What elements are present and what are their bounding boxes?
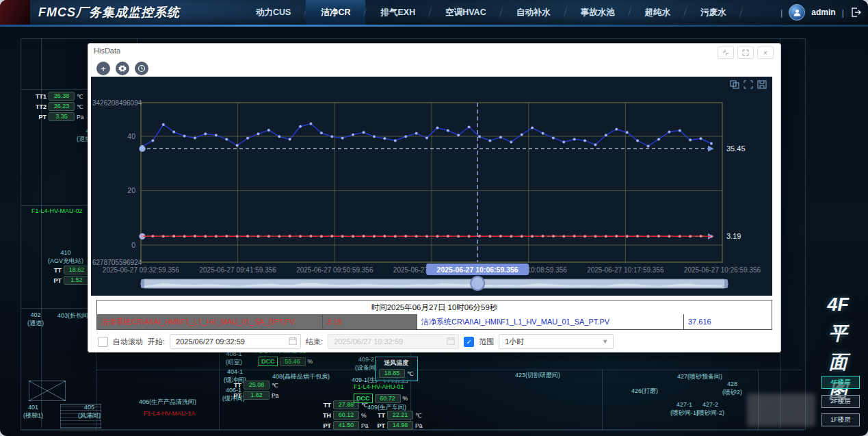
dcc-label: DCC xyxy=(259,357,278,366)
dcc-chip: DCC60.72% xyxy=(354,394,408,403)
y-max-label: 3426208496094 xyxy=(92,99,142,107)
dcc-value: 55.46 xyxy=(280,357,306,366)
fullscreen-icon[interactable] xyxy=(737,47,754,59)
data-point xyxy=(531,235,534,238)
range-select[interactable]: 1小时 ▼ xyxy=(499,334,614,349)
slider-right-handle[interactable] xyxy=(724,279,728,288)
room-label: 423(切割研磨间) xyxy=(515,372,560,380)
slider-thumb[interactable] xyxy=(471,277,484,290)
tag-value-cell-red[interactable]: 3.19 xyxy=(323,314,417,329)
dialog-title: HisData xyxy=(94,47,120,55)
sensor-value: 3.35 xyxy=(49,112,75,121)
room-label: 426(打磨) xyxy=(631,387,658,396)
data-point xyxy=(657,138,660,140)
chevron-down-icon: ▼ xyxy=(602,338,608,345)
cursor-time-header: 时间2025年06月27日 10时06分59秒 xyxy=(96,300,772,315)
data-point xyxy=(573,235,576,238)
data-point xyxy=(647,235,650,238)
autoscroll-checkbox[interactable] xyxy=(98,337,108,347)
elevator-shaft xyxy=(29,381,66,401)
supply-temp-value: 18.85 xyxy=(379,369,405,378)
data-point xyxy=(562,140,565,143)
floor-button-4f[interactable]: 4F楼层 xyxy=(821,376,860,389)
tab-自动补水[interactable]: 自动补水 xyxy=(501,0,566,25)
settings-gear-icon[interactable] xyxy=(116,62,129,75)
floor-button-2f[interactable]: 2F楼层 xyxy=(821,395,860,408)
user-avatar-icon[interactable] xyxy=(789,4,805,21)
data-point xyxy=(615,235,618,238)
data-point xyxy=(552,235,555,238)
data-point xyxy=(162,123,165,126)
save-image-icon[interactable] xyxy=(757,80,767,89)
user-box: | admin | xyxy=(780,0,861,25)
region-select-icon[interactable] xyxy=(730,80,739,89)
zoom-reset-icon[interactable] xyxy=(744,80,753,89)
data-point xyxy=(447,235,449,238)
data-point xyxy=(562,235,565,238)
start-time-input[interactable] xyxy=(170,334,301,349)
shrink-icon[interactable] xyxy=(718,47,734,59)
sensor-label: TT xyxy=(229,382,241,389)
tab-污废水[interactable]: 污废水 xyxy=(685,0,741,25)
chart-panel: 02040342620849609462787055969242025-06-2… xyxy=(91,77,772,296)
slider-left-handle[interactable] xyxy=(141,279,144,288)
close-icon[interactable]: × xyxy=(757,47,774,59)
data-point xyxy=(615,128,618,131)
tab-排气EXH[interactable]: 排气EXH xyxy=(365,0,430,25)
sensor-label: PT xyxy=(49,277,62,284)
time-range-clock-icon[interactable] xyxy=(135,62,148,75)
data-point xyxy=(194,235,196,238)
sensor-label: TH xyxy=(319,412,331,419)
data-point xyxy=(404,136,407,138)
data-point xyxy=(468,126,471,129)
y-min-label: 6278705596924 xyxy=(92,259,142,266)
data-point xyxy=(521,235,523,238)
tab-空调HVAC[interactable]: 空调HVAC xyxy=(430,0,501,25)
data-point xyxy=(299,235,302,238)
sensor-label: PT xyxy=(319,422,331,429)
sensor-label: PT xyxy=(373,422,385,429)
tag-path-cell-red[interactable]: 洁净系统CR\AI\AI_HMI\F1_L1_HV_MAU_01_SA_DPT.… xyxy=(97,314,323,329)
range-checkbox[interactable]: ✓ xyxy=(464,337,474,347)
data-point xyxy=(510,140,512,143)
tab-事故水池[interactable]: 事故水池 xyxy=(566,0,630,25)
add-curve-button[interactable]: + xyxy=(96,62,110,75)
sensor-value: 1.52 xyxy=(64,276,90,285)
data-point xyxy=(172,235,175,238)
data-point xyxy=(488,139,491,142)
supply-temp-title: 送风温度 xyxy=(379,359,414,368)
data-point xyxy=(583,139,586,142)
history-chart[interactable]: 02040342620849609462787055969242025-06-2… xyxy=(91,77,772,296)
tag-value-cell-blue[interactable]: 37.616 xyxy=(684,314,772,329)
end-time-input[interactable] xyxy=(328,334,459,349)
data-point xyxy=(457,134,460,137)
sensor-unit: ℃ xyxy=(77,93,83,100)
data-point xyxy=(330,235,333,238)
data-point xyxy=(689,235,692,238)
floorplan-line xyxy=(21,205,88,206)
y-tick-label: 0 xyxy=(131,241,135,249)
sensor-label: TT2 xyxy=(34,103,47,110)
floor-button-1f[interactable]: 1F楼层 xyxy=(821,413,860,426)
data-point xyxy=(299,125,302,128)
data-point xyxy=(278,136,280,138)
tab-洁净CR[interactable]: 洁净CR xyxy=(306,0,365,25)
logout-icon[interactable] xyxy=(850,7,861,18)
data-point xyxy=(373,235,376,238)
floorplan-line xyxy=(219,345,220,430)
data-point xyxy=(330,136,333,138)
tab-超纯水[interactable]: 超纯水 xyxy=(630,0,686,25)
data-point xyxy=(668,235,670,238)
tag-path-cell-blue[interactable]: 洁净系统CR\AI\AI_HMI\F1_L1_HV_MAU_01_SA_PT.P… xyxy=(417,314,684,329)
tab-动力CUS[interactable]: 动力CUS xyxy=(241,0,306,25)
data-point xyxy=(383,235,386,238)
divider: | xyxy=(780,8,782,18)
room-label: F1-L4-HV-AHU-01 xyxy=(354,383,404,392)
data-point xyxy=(289,235,291,238)
dcc-label: DCC xyxy=(354,394,373,403)
data-point xyxy=(552,136,555,139)
timeline-slider-track[interactable] xyxy=(141,279,728,288)
data-point xyxy=(488,235,491,238)
data-point xyxy=(373,136,376,138)
data-point xyxy=(257,133,260,136)
